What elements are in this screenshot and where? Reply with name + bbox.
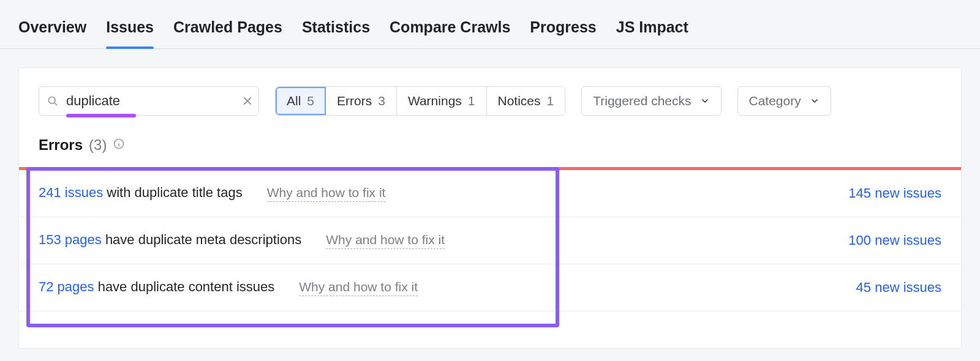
dropdown-label: Category — [749, 94, 801, 108]
new-issues-link[interactable]: 45 new issues — [856, 280, 941, 296]
segment-notices[interactable]: Notices 1 — [487, 87, 565, 115]
segment-count: 1 — [547, 94, 554, 108]
segment-errors[interactable]: Errors 3 — [326, 87, 397, 115]
search-icon — [47, 95, 59, 107]
errors-heading-label: Errors — [39, 136, 83, 154]
new-issues-link[interactable]: 100 new issues — [848, 233, 941, 248]
errors-heading: Errors (3) — [19, 122, 961, 167]
segment-count: 1 — [468, 94, 475, 108]
issue-count-link[interactable]: 72 pages — [39, 279, 94, 294]
segment-label: All — [287, 94, 301, 108]
severity-filter: All 5 Errors 3 Warnings 1 Notices 1 — [275, 86, 565, 116]
top-nav: Overview Issues Crawled Pages Statistics… — [0, 0, 980, 49]
issue-text: 241 issues with duplicate title tags — [39, 185, 243, 201]
tab-overview[interactable]: Overview — [18, 18, 86, 48]
issue-description: have duplicate content issues — [94, 279, 275, 294]
issue-text: 153 pages have duplicate meta descriptio… — [39, 232, 301, 248]
triggered-checks-dropdown[interactable]: Triggered checks — [581, 86, 721, 116]
tab-js-impact[interactable]: JS Impact — [616, 18, 688, 48]
chevron-down-icon — [810, 96, 820, 106]
chevron-down-icon — [700, 96, 710, 106]
issue-text: 72 pages have duplicate content issues — [39, 279, 274, 295]
dropdown-label: Triggered checks — [593, 94, 691, 108]
tab-statistics[interactable]: Statistics — [302, 18, 370, 48]
issue-row: 153 pages have duplicate meta descriptio… — [19, 217, 961, 264]
issue-row-left: 241 issues with duplicate title tags Why… — [39, 185, 385, 202]
app-root: Overview Issues Crawled Pages Statistics… — [0, 0, 980, 361]
tab-issues[interactable]: Issues — [106, 18, 154, 48]
segment-warnings[interactable]: Warnings 1 — [397, 87, 487, 115]
info-icon[interactable] — [113, 138, 125, 150]
segment-all[interactable]: All 5 — [276, 87, 326, 115]
issue-description: have duplicate meta descriptions — [102, 232, 302, 247]
category-dropdown[interactable]: Category — [737, 86, 831, 116]
issue-row: 72 pages have duplicate content issues W… — [19, 264, 961, 311]
segment-label: Errors — [337, 94, 372, 108]
fix-link[interactable]: Why and how to fix it — [267, 185, 386, 202]
errors-heading-count: (3) — [89, 136, 107, 154]
toolbar: All 5 Errors 3 Warnings 1 Notices 1 T — [19, 68, 961, 122]
issue-count-link[interactable]: 241 issues — [39, 185, 103, 200]
issue-row-left: 153 pages have duplicate meta descriptio… — [39, 232, 445, 249]
segment-label: Notices — [498, 94, 541, 108]
tab-compare-crawls[interactable]: Compare Crawls — [390, 18, 510, 48]
issues-panel: All 5 Errors 3 Warnings 1 Notices 1 T — [18, 67, 962, 349]
highlight-underline — [66, 114, 136, 117]
fix-link[interactable]: Why and how to fix it — [299, 280, 418, 296]
issue-row-left: 72 pages have duplicate content issues W… — [39, 279, 418, 296]
svg-line-1 — [55, 103, 57, 105]
search-input[interactable] — [65, 92, 236, 110]
segment-count: 5 — [307, 94, 314, 108]
issue-count-link[interactable]: 153 pages — [39, 232, 102, 247]
new-issues-link[interactable]: 145 new issues — [848, 185, 941, 201]
issue-row: 241 issues with duplicate title tags Why… — [19, 170, 961, 217]
issues-list: 241 issues with duplicate title tags Why… — [19, 170, 961, 311]
tab-crawled-pages[interactable]: Crawled Pages — [173, 18, 282, 48]
segment-label: Warnings — [408, 94, 462, 108]
svg-point-6 — [119, 141, 119, 142]
search-box[interactable] — [39, 86, 259, 116]
fix-link[interactable]: Why and how to fix it — [326, 233, 445, 249]
issue-description: with duplicate title tags — [103, 185, 242, 200]
tab-progress[interactable]: Progress — [530, 18, 596, 48]
clear-icon[interactable] — [242, 95, 253, 106]
segment-count: 3 — [378, 94, 385, 108]
